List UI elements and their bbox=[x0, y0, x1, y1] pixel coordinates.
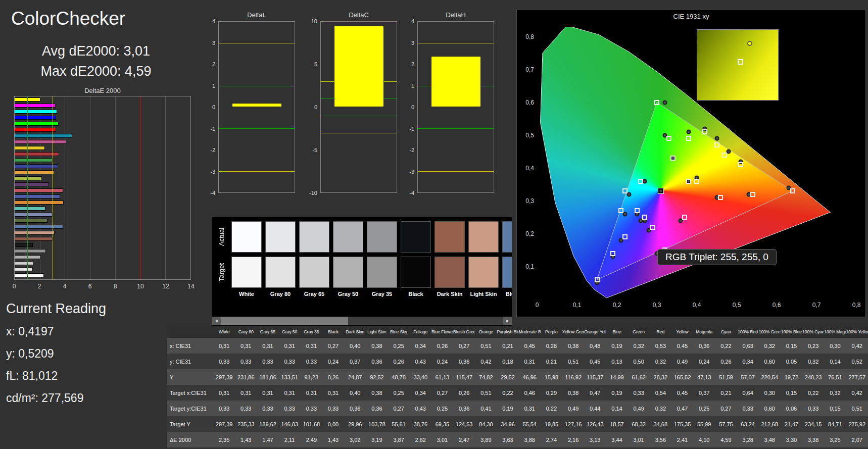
table-cell: 116,92 bbox=[562, 369, 584, 385]
swatch-actual-gray-35[interactable] bbox=[367, 221, 397, 253]
table-cell: 3,48 bbox=[759, 432, 781, 447]
deltae-bar-yellow[interactable] bbox=[15, 146, 45, 150]
deltae-bar-cyan[interactable] bbox=[15, 134, 72, 138]
swatch-target-blue-sky[interactable] bbox=[502, 257, 512, 288]
deltae-bar-100-blue[interactable] bbox=[15, 116, 56, 120]
table-cell: 0,21 bbox=[541, 354, 562, 369]
table-cell: 76,51 bbox=[824, 369, 846, 385]
cie-xtick-label: 0,5 bbox=[733, 302, 741, 309]
table-cell: 0,24 bbox=[431, 354, 453, 369]
deltae-bar-blue-sky[interactable] bbox=[15, 225, 63, 229]
deltah-plot bbox=[417, 21, 494, 193]
deltae-xtick-label: 8 bbox=[114, 283, 117, 290]
swatch-label-light-skin: Light Skin bbox=[467, 291, 500, 297]
deltae-bar-yellow-green[interactable] bbox=[15, 176, 42, 180]
deltae-bar-row bbox=[15, 206, 190, 212]
table-cell: 3,63 bbox=[497, 432, 518, 447]
deltal-ytick-label: 1 bbox=[212, 83, 215, 89]
swatch-actual-dark-skin[interactable] bbox=[435, 221, 465, 253]
deltae-bar-light-skin[interactable] bbox=[15, 231, 55, 235]
table-cell: 51,59 bbox=[715, 369, 737, 385]
deltae-bar-white[interactable] bbox=[15, 273, 44, 277]
deltae-bar-100-green[interactable] bbox=[15, 122, 59, 126]
swatch-label-black: Black bbox=[399, 291, 432, 297]
table-cell: 3,01 bbox=[431, 432, 453, 447]
swatch-label-dark-skin: Dark Skin bbox=[433, 291, 466, 297]
deltae-bar-bluish-green[interactable] bbox=[15, 207, 45, 211]
scroll-left-button[interactable]: ◄ bbox=[212, 317, 221, 325]
deltae-bar-row bbox=[15, 151, 190, 157]
table-cell: 0,13 bbox=[606, 354, 628, 369]
deltae-bar-blue-flower[interactable] bbox=[15, 213, 53, 217]
deltae-bar-moderate-red[interactable] bbox=[15, 188, 63, 192]
deltae-bar-row bbox=[15, 272, 190, 278]
swatch-actual-white[interactable] bbox=[231, 221, 262, 253]
table-cell: 0,31 bbox=[279, 338, 301, 354]
swatch-target-gray-80[interactable] bbox=[265, 257, 296, 288]
table-cell: 235,33 bbox=[235, 416, 257, 432]
table-cell: 55,54 bbox=[519, 416, 541, 432]
swatch-actual-black[interactable] bbox=[401, 221, 431, 253]
cie-chart-title: CIE 1931 xy bbox=[517, 13, 865, 20]
table-cell: 57,07 bbox=[737, 369, 759, 385]
swatch-scrollbar[interactable]: ◄ ► bbox=[212, 317, 512, 325]
table-cell: 3,44 bbox=[606, 432, 628, 447]
table-cell: 46,96 bbox=[519, 369, 541, 385]
swatch-target-light-skin[interactable] bbox=[468, 257, 499, 288]
deltae-bar-black[interactable] bbox=[15, 243, 33, 247]
deltah-refline bbox=[418, 43, 494, 43]
swatch-actual-gray-50[interactable] bbox=[333, 221, 363, 253]
deltae-bar-purple[interactable] bbox=[15, 182, 49, 186]
deltae-bar-orange[interactable] bbox=[15, 201, 64, 205]
swatch-target-black[interactable] bbox=[401, 257, 431, 288]
scrollbar-thumb[interactable] bbox=[221, 317, 348, 325]
deltae-bar-orange-yellow[interactable] bbox=[15, 170, 54, 174]
deltae-bar-100-red[interactable] bbox=[15, 128, 56, 132]
deltae-bar-100-cyan[interactable] bbox=[15, 110, 57, 114]
table-cell: 0,30 bbox=[824, 338, 846, 354]
table-col-header-yellow: Yellow bbox=[671, 326, 693, 338]
table-cell: 0,51 bbox=[475, 338, 497, 354]
table-cell: 0,33 bbox=[257, 354, 278, 369]
table-cell: 275,92 bbox=[846, 416, 868, 432]
table-cell: 0,33 bbox=[322, 401, 344, 416]
swatch-target-dark-skin[interactable] bbox=[435, 257, 465, 288]
deltae-bar-blue[interactable] bbox=[15, 164, 58, 168]
table-col-header-black: Black bbox=[322, 326, 344, 338]
table-cell: 0,22 bbox=[541, 401, 562, 416]
swatch-target-gray-65[interactable] bbox=[299, 257, 329, 288]
deltae-bar-purplish-blue[interactable] bbox=[15, 194, 60, 198]
swatch-actual-blue-sky[interactable] bbox=[502, 221, 512, 253]
deltae-x-axis: 02468101214 bbox=[14, 283, 191, 291]
swatch-actual-gray-80[interactable] bbox=[265, 221, 296, 253]
swatch-actual-gray-65[interactable] bbox=[299, 221, 329, 253]
table-cell: 34,68 bbox=[650, 416, 671, 432]
deltae-bar-green[interactable] bbox=[15, 158, 53, 162]
table-cell: 165,52 bbox=[671, 369, 693, 385]
scroll-right-button[interactable]: ► bbox=[503, 317, 512, 325]
table-cell: 0,36 bbox=[693, 338, 715, 354]
deltae-bar-magenta[interactable] bbox=[15, 140, 66, 144]
table-head: WhiteGray 80Gray 65Gray 50Gray 35BlackDa… bbox=[167, 326, 868, 338]
deltae-bar-foliage[interactable] bbox=[15, 219, 47, 223]
deltal-refline bbox=[219, 43, 295, 43]
swatch-target-gray-35[interactable] bbox=[367, 257, 397, 288]
swatch-target-gray-50[interactable] bbox=[333, 257, 363, 288]
table-cell: 2,35 bbox=[213, 432, 235, 447]
deltae-bar-gray-65[interactable] bbox=[15, 261, 33, 265]
swatch-target-white[interactable] bbox=[231, 257, 262, 288]
table-cell: 0,28 bbox=[541, 338, 562, 354]
table-cell: 69,35 bbox=[431, 416, 453, 432]
table-cell: 0,52 bbox=[846, 354, 868, 369]
deltae-bar-gray-35[interactable] bbox=[15, 249, 46, 253]
table-cell: 2,62 bbox=[410, 432, 431, 447]
table-cell: 0,22 bbox=[715, 338, 737, 354]
deltae-bar-100-magenta[interactable] bbox=[15, 104, 56, 108]
table-cell: 91,23 bbox=[301, 369, 322, 385]
swatch-actual-light-skin[interactable] bbox=[468, 221, 499, 253]
deltae-bar-dark-skin[interactable] bbox=[15, 237, 53, 241]
deltae-bar-gray-80[interactable] bbox=[15, 267, 33, 271]
scrollbar-track[interactable] bbox=[221, 317, 503, 325]
table-cell: 0,47 bbox=[671, 401, 693, 416]
deltae-bar-gray-50[interactable] bbox=[15, 255, 41, 259]
